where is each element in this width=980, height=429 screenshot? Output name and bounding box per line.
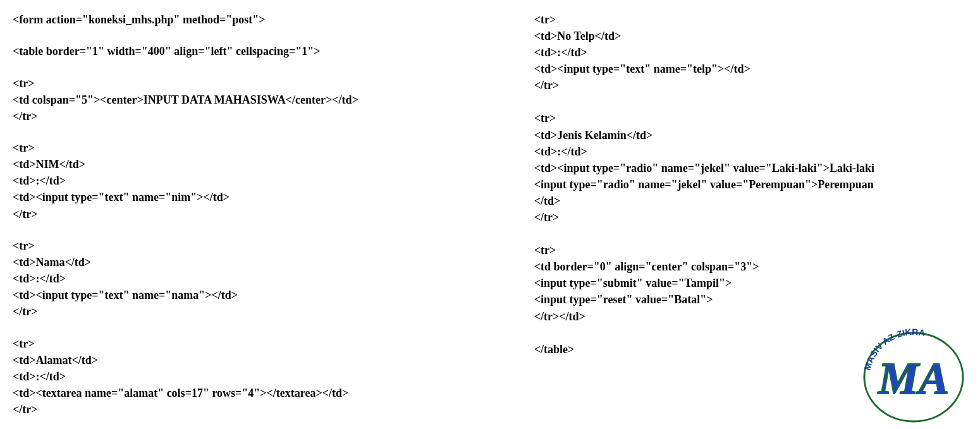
logo-big-text: MA: [878, 353, 949, 404]
code-line: <td><input type="radio" name="jekel" val…: [534, 160, 967, 176]
code-line: </tr>: [13, 401, 458, 418]
code-line: </tr>: [13, 303, 458, 320]
code-line: <td>:</td>: [534, 143, 967, 160]
watermark-logo-icon: MASIV AZ-ZIKRA MA: [860, 319, 967, 423]
code-line: <td>Nama</td>: [13, 254, 458, 270]
code-line: <td>:</td>: [13, 368, 458, 385]
code-line: </td>: [534, 193, 967, 209]
code-line: <td>Alamat</td>: [13, 352, 458, 368]
code-line: <td>Jenis Kelamin</td>: [534, 127, 967, 143]
code-line: <tr>: [534, 110, 967, 126]
code-line: <td>:</td>: [13, 172, 458, 189]
code-line: <td>:</td>: [534, 44, 967, 61]
blank-line: [534, 94, 967, 110]
blank-line: [13, 320, 458, 335]
blank-line: [534, 226, 967, 242]
code-line: <td><textarea name="alamat" cols=17" row…: [13, 385, 458, 401]
code-line: <td>No Telp</td>: [534, 28, 967, 44]
code-line: <td border="0" align="center" colspan="3…: [534, 258, 967, 275]
code-line: </tr>: [13, 108, 458, 124]
code-line: <td><input type="text" name="nim"></td>: [13, 189, 458, 205]
code-line: <td colspan="5"><center>INPUT DATA MAHAS…: [13, 92, 458, 108]
blank-line: [13, 59, 458, 75]
code-line: <td>:</td>: [13, 270, 458, 287]
code-line: <form action="koneksi_mhs.php" method="p…: [13, 11, 458, 28]
code-line: <td><input type="text" name="nama"></td>: [13, 287, 458, 303]
blank-line: [13, 28, 458, 43]
code-line: <td><input type="text" name="telp"></td>: [534, 61, 967, 77]
code-line: <td>NIM</td>: [13, 156, 458, 172]
code-line: <table border="1" width="400" align="lef…: [13, 43, 458, 59]
code-line: <tr>: [13, 140, 458, 156]
left-column: <form action="koneksi_mhs.php" method="p…: [13, 11, 458, 418]
code-line: </tr>: [13, 206, 458, 222]
code-line: <tr>: [534, 11, 967, 28]
blank-line: [13, 222, 458, 238]
code-line: <tr>: [13, 75, 458, 92]
code-line: </tr>: [534, 77, 967, 94]
code-line: <tr>: [534, 242, 967, 258]
code-line: <input type="radio" name="jekel" value="…: [534, 176, 967, 193]
code-line: <input type="submit" value="Tampil">: [534, 275, 967, 291]
code-line: </tr>: [534, 209, 967, 226]
code-line: <tr>: [13, 238, 458, 254]
blank-line: [13, 124, 458, 140]
code-image: <form action="koneksi_mhs.php" method="p…: [0, 0, 980, 429]
code-line: <tr>: [13, 335, 458, 352]
code-line: <input type="reset" value="Batal">: [534, 291, 967, 308]
